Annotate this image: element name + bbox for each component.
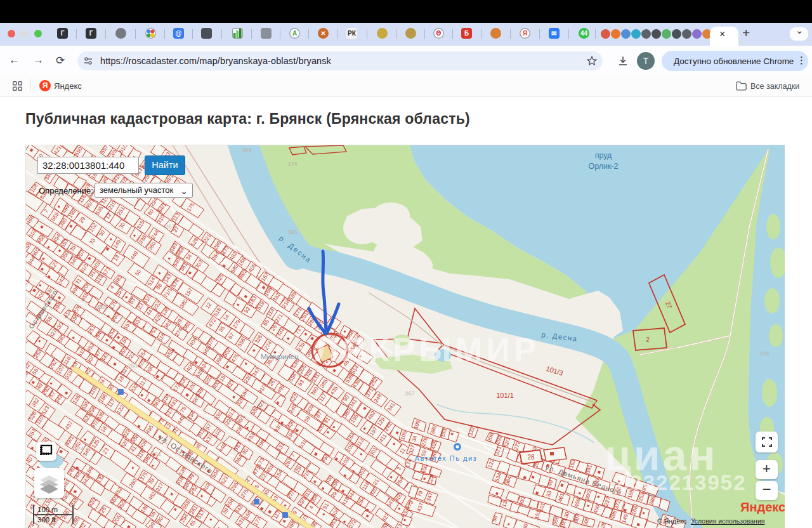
svg-text:1264: 1264 xyxy=(95,304,107,310)
svg-text:388: 388 xyxy=(242,147,251,153)
svg-text:267: 267 xyxy=(405,390,414,397)
svg-text:253: 253 xyxy=(128,362,137,369)
svg-text:74: 74 xyxy=(77,446,84,452)
svg-text:365: 365 xyxy=(287,229,297,235)
svg-text:2: 2 xyxy=(646,336,650,343)
svg-text:пруд: пруд xyxy=(595,151,612,160)
svg-text:224: 224 xyxy=(151,451,160,458)
svg-text:Автотех Пь диз: Автотех Пь диз xyxy=(415,454,477,462)
svg-text:Орлик-2: Орлик-2 xyxy=(588,162,618,171)
svg-text:8332213952: 8332213952 xyxy=(617,471,747,494)
svg-text:22: 22 xyxy=(297,369,303,375)
svg-text:ЛЯКРЫМИР: ЛЯКРЫМИР xyxy=(315,331,540,368)
svg-text:101/1: 101/1 xyxy=(496,392,514,399)
svg-text:224: 224 xyxy=(759,350,769,357)
svg-text:174: 174 xyxy=(287,161,297,167)
svg-text:267: 267 xyxy=(165,223,174,230)
svg-text:Мичуринец: Мичуринец xyxy=(261,353,299,360)
svg-text:28: 28 xyxy=(527,454,535,461)
